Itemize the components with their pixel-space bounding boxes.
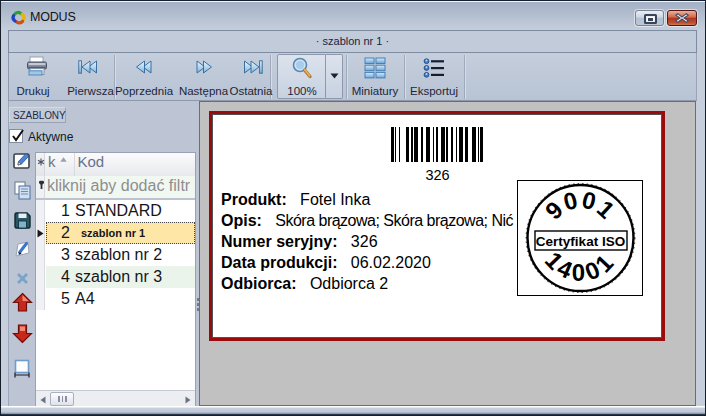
svg-text:Certyfikat ISO: Certyfikat ISO — [536, 234, 625, 249]
